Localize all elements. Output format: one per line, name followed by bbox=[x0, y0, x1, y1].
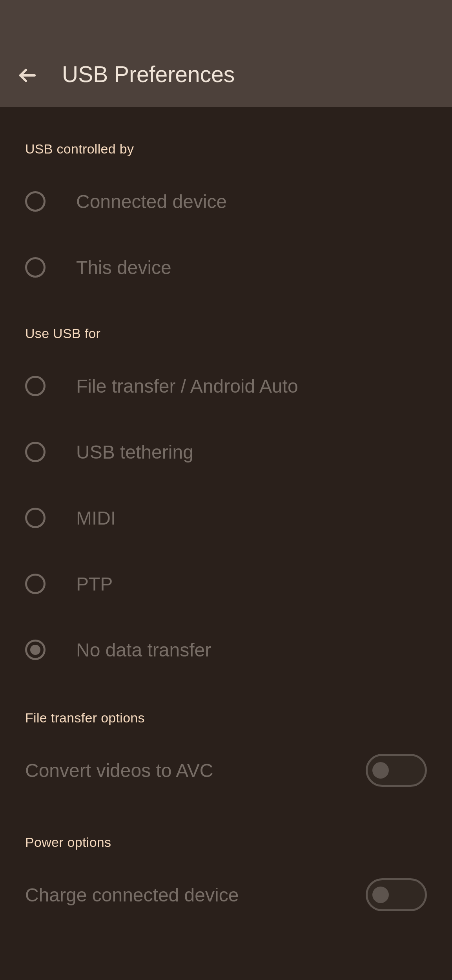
radio-label: USB tethering bbox=[76, 441, 193, 463]
radio-circle-selected-icon bbox=[25, 640, 46, 660]
switch-convert-avc[interactable]: Convert videos to AVC bbox=[25, 753, 427, 788]
switch-toggle[interactable] bbox=[366, 754, 427, 787]
section-header-controlled-by: USB controlled by bbox=[25, 141, 427, 157]
radio-label: This device bbox=[76, 257, 171, 278]
section-header-file-transfer: File transfer options bbox=[25, 710, 427, 726]
radio-midi[interactable]: MIDI bbox=[25, 501, 427, 535]
radio-circle-icon bbox=[25, 191, 46, 212]
app-header: USB Preferences bbox=[0, 0, 452, 107]
switch-toggle[interactable] bbox=[366, 878, 427, 911]
switch-charge-device[interactable]: Charge connected device bbox=[25, 878, 427, 912]
radio-ptp[interactable]: PTP bbox=[25, 567, 427, 601]
switch-label: Convert videos to AVC bbox=[25, 760, 213, 781]
radio-file-transfer[interactable]: File transfer / Android Auto bbox=[25, 369, 427, 403]
radio-label: File transfer / Android Auto bbox=[76, 375, 298, 397]
radio-circle-icon bbox=[25, 508, 46, 528]
radio-circle-icon bbox=[25, 574, 46, 594]
radio-circle-icon bbox=[25, 257, 46, 278]
radio-circle-icon bbox=[25, 376, 46, 396]
radio-usb-tethering[interactable]: USB tethering bbox=[25, 435, 427, 469]
arrow-back-icon bbox=[18, 66, 37, 85]
radio-label: PTP bbox=[76, 573, 113, 595]
switch-label: Charge connected device bbox=[25, 884, 239, 906]
radio-this-device[interactable]: This device bbox=[25, 250, 427, 285]
radio-label: MIDI bbox=[76, 507, 116, 529]
page-title: USB Preferences bbox=[62, 61, 235, 87]
radio-no-data-transfer[interactable]: No data transfer bbox=[25, 633, 427, 667]
switch-knob-icon bbox=[372, 887, 389, 903]
radio-label: No data transfer bbox=[76, 639, 211, 661]
radio-circle-icon bbox=[25, 442, 46, 462]
radio-connected-device[interactable]: Connected device bbox=[25, 184, 427, 219]
section-header-use-for: Use USB for bbox=[25, 326, 427, 341]
content-area: USB controlled by Connected device This … bbox=[0, 107, 452, 912]
back-button[interactable] bbox=[16, 64, 38, 86]
switch-knob-icon bbox=[372, 762, 389, 779]
section-header-power: Power options bbox=[25, 835, 427, 850]
radio-label: Connected device bbox=[76, 191, 227, 212]
